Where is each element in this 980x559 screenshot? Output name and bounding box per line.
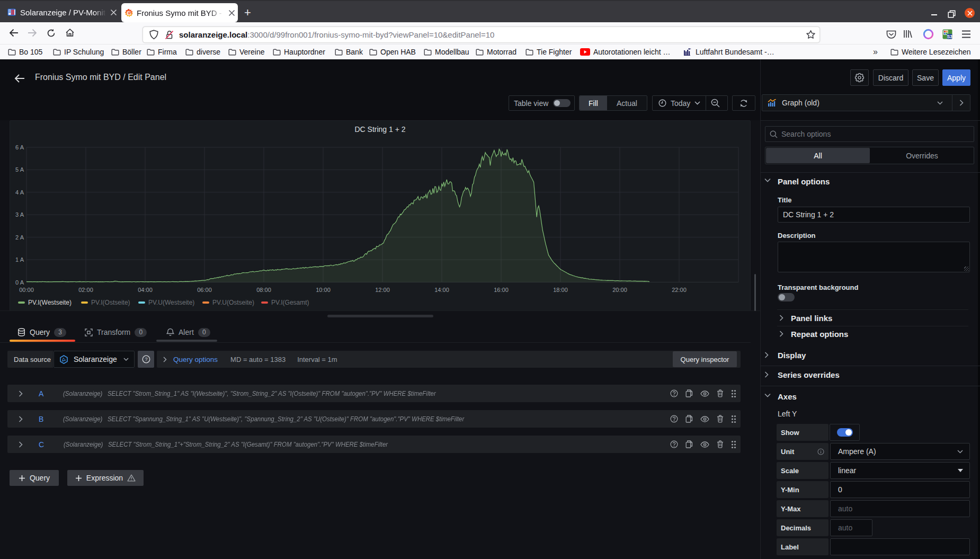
- svg-text:S3: S3: [947, 34, 952, 39]
- svg-text:?: ?: [145, 357, 147, 362]
